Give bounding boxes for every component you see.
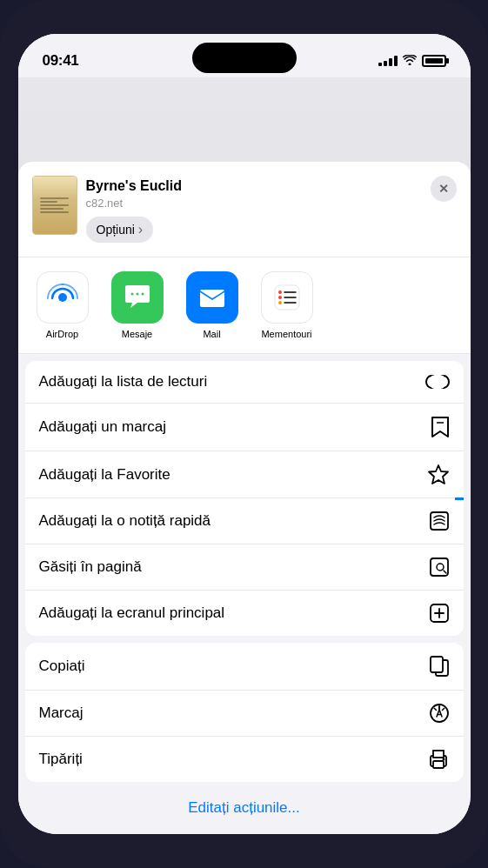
home-screen-icon [429, 603, 450, 624]
home-screen-label: Adăugați la ecranul principal [39, 604, 225, 622]
svg-line-20 [444, 571, 446, 573]
battery-icon [422, 55, 446, 67]
phone-frame: 09:41 [0, 0, 488, 868]
svg-rect-14 [431, 376, 444, 388]
messages-icon [111, 271, 164, 324]
airdrop-label: AirDrop [46, 329, 78, 339]
favorites-label: Adăugați la Favorite [39, 466, 170, 484]
apps-row: AirDrop Mesaje [18, 257, 471, 354]
mail-label: Mail [203, 329, 220, 339]
find-page-icon [429, 557, 450, 578]
reminders-label: Mementouri [261, 329, 311, 339]
status-icons [378, 54, 446, 68]
app-item-airdrop[interactable]: AirDrop [32, 271, 93, 339]
phone-screen: 09:41 [18, 34, 471, 834]
app-item-reminders[interactable]: Mementouri [257, 271, 318, 339]
svg-rect-29 [433, 761, 444, 768]
arrow-line [455, 497, 464, 500]
bookmark-icon [431, 416, 450, 438]
svg-point-30 [442, 758, 445, 761]
quick-note-icon [429, 511, 450, 531]
find-page-item[interactable]: Găsiți în pagină [25, 544, 464, 591]
svg-point-3 [141, 293, 144, 296]
arrow-indicator [455, 491, 464, 506]
svg-rect-28 [433, 751, 444, 758]
markup-icon [429, 703, 450, 724]
wifi-icon [403, 54, 417, 68]
app-item-mail[interactable]: Mail [182, 271, 243, 339]
svg-point-2 [136, 293, 138, 296]
quick-note-item[interactable]: Adăugați la o notiță rapidă [25, 498, 464, 544]
reading-list-icon [425, 374, 450, 390]
book-thumbnail [32, 176, 77, 235]
share-title-area: Byrne's Euclid c82.net Opțiuni › [86, 176, 424, 243]
dynamic-island [192, 43, 297, 73]
svg-point-1 [130, 293, 133, 296]
action-group-2: Copiați Marcaj [25, 643, 464, 782]
print-item[interactable]: Tipăriți [25, 737, 464, 782]
airdrop-icon [37, 271, 89, 324]
copy-label: Copiați [39, 658, 85, 675]
svg-point-19 [437, 564, 444, 571]
status-time: 09:41 [43, 52, 79, 70]
share-title: Byrne's Euclid [86, 177, 424, 194]
print-label: Tipăriți [39, 751, 83, 768]
app-item-messages[interactable]: Mesaje [107, 271, 168, 339]
share-card: Byrne's Euclid c82.net Opțiuni › ✕ [18, 162, 471, 834]
reminders-icon [261, 271, 313, 324]
copy-item[interactable]: Copiați [25, 643, 464, 691]
svg-point-10 [278, 301, 282, 304]
svg-point-0 [58, 293, 67, 302]
print-icon [427, 749, 450, 770]
reading-list-item[interactable]: Adăugați la lista de lecturi [25, 361, 464, 404]
edit-actions: Editați acțiunile... [18, 789, 471, 827]
signal-bars-icon [378, 56, 398, 66]
reading-list-label: Adăugați la lista de lecturi [39, 373, 208, 391]
bookmark-label: Adăugați un marcaj [39, 418, 166, 436]
svg-rect-17 [431, 512, 448, 530]
action-group-1: Adăugați la lista de lecturi [25, 361, 464, 636]
mail-icon [186, 271, 238, 324]
markup-label: Marcaj [39, 704, 84, 722]
share-site-info: Byrne's Euclid c82.net Opțiuni › [32, 176, 424, 243]
markup-item[interactable]: Marcaj [25, 691, 464, 737]
favorites-icon [427, 464, 450, 485]
copy-icon [429, 655, 450, 678]
svg-point-6 [278, 290, 282, 294]
quick-note-label: Adăugați la o notiță rapidă [39, 512, 211, 530]
svg-rect-4 [200, 290, 224, 307]
share-url: c82.net [86, 197, 424, 210]
edit-actions-button[interactable]: Editați acțiunile... [188, 799, 300, 816]
find-page-label: Găsiți în pagină [39, 558, 142, 576]
share-sheet: Byrne's Euclid c82.net Opțiuni › ✕ [18, 162, 471, 834]
home-screen-item[interactable]: Adăugați la ecranul principal [25, 591, 464, 636]
share-header: Byrne's Euclid c82.net Opțiuni › ✕ [18, 162, 471, 257]
bookmark-item[interactable]: Adăugați un marcaj [25, 404, 464, 451]
svg-rect-25 [431, 657, 443, 672]
svg-point-8 [278, 296, 282, 299]
close-button[interactable]: ✕ [431, 176, 457, 202]
options-button[interactable]: Opțiuni › [86, 217, 154, 243]
favorites-item[interactable]: Adăugați la Favorite [25, 451, 464, 498]
messages-label: Mesaje [122, 329, 152, 339]
